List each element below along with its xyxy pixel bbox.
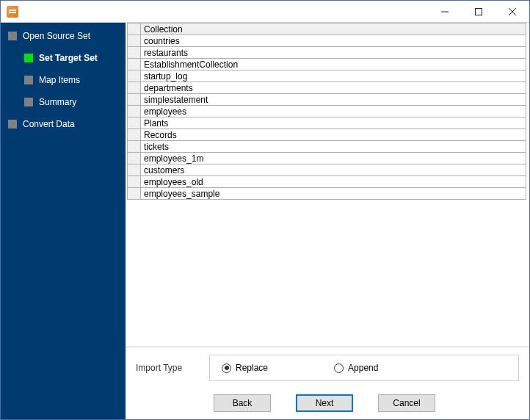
radio-label: Append [348, 363, 378, 373]
body: Open Source SetSet Target SetMap ItemsSu… [1, 23, 529, 419]
step-label: Map Items [39, 75, 80, 85]
row-selector[interactable] [128, 35, 141, 47]
back-button[interactable]: Back [214, 394, 271, 412]
close-button[interactable] [495, 1, 529, 23]
wizard-steps: Open Source SetSet Target SetMap ItemsSu… [4, 27, 123, 133]
maximize-icon [475, 8, 482, 15]
table-row[interactable]: employees_sample [128, 188, 526, 200]
sidebar: Open Source SetSet Target SetMap ItemsSu… [1, 23, 126, 419]
step-label: Open Source Set [23, 31, 90, 41]
collection-cell[interactable]: EstablishmentCollection [141, 59, 526, 70]
wizard-buttons: Back Next Cancel [126, 388, 529, 419]
row-selector[interactable] [128, 153, 141, 164]
row-selector[interactable] [128, 47, 141, 59]
table-header-row: Collection [128, 23, 526, 35]
row-selector[interactable] [128, 129, 141, 141]
row-selector[interactable] [128, 94, 141, 106]
svg-rect-1 [476, 8, 482, 15]
radio-label: Replace [236, 363, 268, 373]
row-selector[interactable] [128, 82, 141, 94]
table-row[interactable]: departments [128, 82, 526, 94]
collection-cell[interactable]: countries [141, 35, 526, 47]
collection-cell[interactable]: simplestatement [141, 94, 526, 106]
row-selector[interactable] [128, 188, 141, 200]
cancel-button[interactable]: Cancel [378, 394, 435, 412]
table-row[interactable]: employees [128, 106, 526, 117]
collection-cell[interactable]: employees_sample [141, 188, 526, 200]
step-marker-icon [24, 76, 33, 84]
table-row[interactable]: EstablishmentCollection [128, 59, 526, 70]
import-type-row: Import Type ReplaceAppend [126, 347, 529, 388]
main-panel: Collection countriesrestaurantsEstablish… [126, 23, 529, 419]
table-row[interactable]: employees_old [128, 176, 526, 188]
titlebar [1, 1, 529, 23]
column-header-collection[interactable]: Collection [141, 23, 526, 35]
step-label: Convert Data [23, 119, 75, 129]
step-label: Set Target Set [39, 53, 98, 63]
import-option-replace[interactable]: Replace [222, 363, 268, 373]
table-row[interactable]: Plants [128, 117, 526, 129]
collection-table-wrap[interactable]: Collection countriesrestaurantsEstablish… [126, 23, 529, 347]
minimize-button[interactable] [428, 1, 462, 23]
collection-cell[interactable]: employees_1m [141, 153, 526, 164]
collection-cell[interactable]: departments [141, 82, 526, 94]
step-marker-icon [24, 54, 33, 62]
table-row[interactable]: tickets [128, 141, 526, 153]
row-selector[interactable] [128, 117, 141, 129]
step-set-target-set[interactable]: Set Target Set [24, 49, 123, 67]
table-row[interactable]: employees_1m [128, 153, 526, 164]
app-window: Open Source SetSet Target SetMap ItemsSu… [0, 0, 530, 420]
collection-cell[interactable]: employees_old [141, 176, 526, 188]
import-type-label: Import Type [136, 363, 209, 373]
collection-cell[interactable]: employees [141, 106, 526, 117]
step-open-source-set[interactable]: Open Source Set [8, 27, 123, 45]
collection-cell[interactable]: tickets [141, 141, 526, 153]
row-selector[interactable] [128, 176, 141, 188]
table-row[interactable]: simplestatement [128, 94, 526, 106]
row-selector[interactable] [128, 59, 141, 70]
table-row[interactable]: startup_log [128, 70, 526, 82]
close-icon [509, 8, 516, 15]
step-marker-icon [8, 32, 17, 40]
collection-cell[interactable]: restaurants [141, 47, 526, 59]
step-map-items[interactable]: Map Items [24, 71, 123, 89]
minimize-icon [441, 8, 449, 15]
app-icon [7, 6, 18, 18]
table-row[interactable]: Records [128, 129, 526, 141]
step-convert-data[interactable]: Convert Data [8, 115, 123, 133]
import-type-group: ReplaceAppend [209, 355, 519, 381]
collection-table: Collection countriesrestaurantsEstablish… [127, 23, 526, 200]
step-marker-icon [8, 120, 17, 128]
step-label: Summary [39, 97, 76, 107]
step-summary[interactable]: Summary [24, 93, 123, 111]
row-selector[interactable] [128, 70, 141, 82]
maximize-button[interactable] [462, 1, 495, 23]
next-button[interactable]: Next [296, 394, 353, 412]
radio-icon [334, 363, 344, 373]
table-row[interactable]: customers [128, 164, 526, 176]
radio-icon [222, 363, 231, 373]
collection-cell[interactable]: startup_log [141, 70, 526, 82]
row-selector[interactable] [128, 164, 141, 176]
table-row[interactable]: countries [128, 35, 526, 47]
row-selector[interactable] [128, 106, 141, 117]
table-row[interactable]: restaurants [128, 47, 526, 59]
row-selector-header[interactable] [128, 23, 141, 35]
step-marker-icon [24, 98, 33, 106]
collection-cell[interactable]: Records [141, 129, 526, 141]
collection-cell[interactable]: customers [141, 164, 526, 176]
import-option-append[interactable]: Append [334, 363, 378, 373]
collection-cell[interactable]: Plants [141, 117, 526, 129]
row-selector[interactable] [128, 141, 141, 153]
